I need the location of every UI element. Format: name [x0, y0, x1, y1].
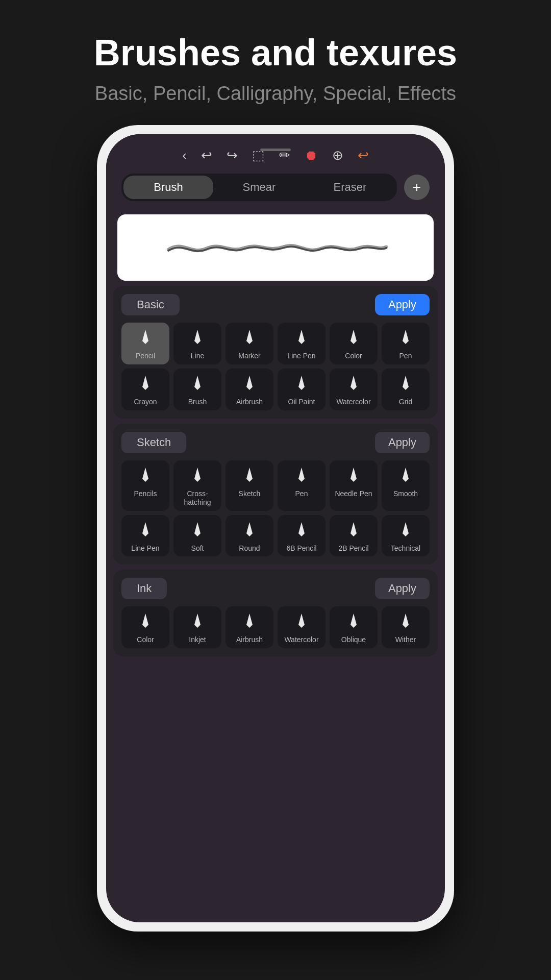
brush-item[interactable]: Line Pen [121, 515, 169, 557]
brush-item[interactable]: Needle Pen [330, 460, 378, 511]
brush-item[interactable]: 6B Pencil [278, 515, 325, 557]
brush-item-icon [242, 375, 257, 395]
brush-item[interactable]: Line [173, 323, 221, 364]
brush-item[interactable]: Cross-hatching [173, 460, 221, 511]
brush-item[interactable]: Sketch [226, 460, 273, 511]
apply-button-sketch[interactable]: Apply [375, 432, 430, 453]
brush-item[interactable]: Round [226, 515, 273, 557]
brush-item-label: Brush [188, 398, 207, 406]
brush-item[interactable]: 2B Pencil [330, 515, 378, 557]
plus-button[interactable]: + [404, 175, 430, 200]
tabs-container: Brush Smear Eraser [121, 174, 397, 201]
brush-item[interactable]: Airbrush [226, 606, 273, 648]
brush-item[interactable]: Inkjet [173, 606, 221, 648]
brush-item[interactable]: Wither [382, 606, 430, 648]
brush-item[interactable]: Technical [382, 515, 430, 557]
brush-item[interactable]: Watercolor [278, 606, 325, 648]
brush-item-label: Line Pen [131, 544, 159, 553]
brush-item[interactable]: Grid [382, 369, 430, 410]
brush-item-label: Oblique [341, 635, 366, 644]
svg-marker-14 [246, 468, 253, 482]
brush-grid-basic-row1: Crayon Brush Airbrush Oil Paint Watercol… [121, 369, 430, 410]
brush-item[interactable]: Crayon [121, 369, 169, 410]
svg-marker-21 [298, 522, 305, 536]
svg-marker-28 [350, 614, 357, 628]
record-icon[interactable]: ⏺ [305, 148, 318, 163]
tab-eraser[interactable]: Eraser [305, 176, 395, 199]
brush-item-label: Color [137, 635, 154, 644]
brush-item-label: Color [345, 352, 362, 360]
svg-marker-23 [403, 522, 409, 536]
redo-icon[interactable]: ↪ [227, 148, 238, 163]
brush-item-label: Pen [399, 352, 412, 360]
svg-marker-6 [142, 376, 148, 390]
brush-item-icon [398, 612, 413, 632]
svg-marker-16 [350, 468, 357, 482]
svg-marker-27 [298, 614, 305, 628]
tab-smear[interactable]: Smear [214, 176, 304, 199]
section-sketch: SketchApply Pencils Cross-hatching Sketc… [113, 424, 438, 565]
section-label-basic: Basic [121, 294, 180, 315]
section-label-ink: Ink [121, 578, 167, 599]
brush-item-label: Watercolor [284, 635, 318, 644]
brush-item-label: Pencils [134, 489, 157, 498]
brush-item[interactable]: Oblique [330, 606, 378, 648]
tab-brush[interactable]: Brush [123, 176, 213, 199]
brush-item-label: Airbrush [236, 635, 263, 644]
svg-marker-11 [403, 376, 409, 390]
brush-item[interactable]: Soft [173, 515, 221, 557]
brush-item-icon [242, 521, 257, 541]
brush-item[interactable]: Pencils [121, 460, 169, 511]
brush-item-label: Crayon [134, 398, 157, 406]
brush-item[interactable]: Smooth [382, 460, 430, 511]
svg-marker-10 [350, 376, 357, 390]
svg-marker-3 [298, 330, 305, 344]
brush-item[interactable]: Color [121, 606, 169, 648]
svg-marker-22 [350, 522, 357, 536]
brush-item-label: Inkjet [189, 635, 206, 644]
brush-item-icon [138, 329, 153, 349]
drag-handle [260, 149, 291, 151]
back-icon[interactable]: ‹ [182, 148, 187, 163]
section-basic: BasicApply Pencil Line Marker Line Pen C… [113, 286, 438, 419]
undo-icon[interactable]: ↩ [201, 148, 212, 163]
brush-item-label: Sketch [239, 489, 261, 498]
brush-item-icon [190, 329, 205, 349]
brush-item[interactable]: Pencil [121, 323, 169, 364]
add-icon[interactable]: ⊕ [332, 148, 343, 163]
svg-marker-26 [246, 614, 253, 628]
brush-item-icon [346, 521, 361, 541]
brush-item[interactable]: Line Pen [278, 323, 325, 364]
brush-item-icon [294, 467, 309, 486]
brush-item[interactable]: Watercolor [330, 369, 378, 410]
brush-item-label: Line [191, 352, 204, 360]
brush-item[interactable]: Pen [278, 460, 325, 511]
brush-item[interactable]: Marker [226, 323, 273, 364]
apply-button-basic[interactable]: Apply [375, 294, 430, 315]
section-label-sketch: Sketch [121, 432, 186, 453]
svg-marker-8 [246, 376, 253, 390]
share-icon[interactable]: ↩ [358, 148, 369, 163]
brush-item[interactable]: Pen [382, 323, 430, 364]
page-subtitle: Basic, Pencil, Calligraphy, Special, Eff… [94, 83, 457, 105]
brush-item[interactable]: Oil Paint [278, 369, 325, 410]
brush-item[interactable]: Brush [173, 369, 221, 410]
brush-item-icon [242, 612, 257, 632]
brush-item-label: Watercolor [336, 398, 370, 406]
brush-grid-ink-row0: Color Inkjet Airbrush Watercolor Oblique… [121, 606, 430, 648]
apply-button-ink[interactable]: Apply [375, 578, 430, 599]
brush-item-icon [138, 467, 153, 486]
brush-item[interactable]: Color [330, 323, 378, 364]
brush-preview [117, 214, 434, 281]
section-header-ink: InkApply [121, 578, 430, 599]
svg-marker-4 [350, 330, 357, 344]
sections-container: BasicApply Pencil Line Marker Line Pen C… [106, 286, 445, 656]
brush-item-icon [294, 375, 309, 395]
brush-item-icon [190, 521, 205, 541]
brush-item-icon [242, 467, 257, 486]
brush-item-icon [138, 375, 153, 395]
brush-item-label: Technical [391, 544, 420, 553]
brush-item-icon [398, 375, 413, 395]
brush-grid-sketch-row0: Pencils Cross-hatching Sketch Pen Needle… [121, 460, 430, 511]
brush-item[interactable]: Airbrush [226, 369, 273, 410]
